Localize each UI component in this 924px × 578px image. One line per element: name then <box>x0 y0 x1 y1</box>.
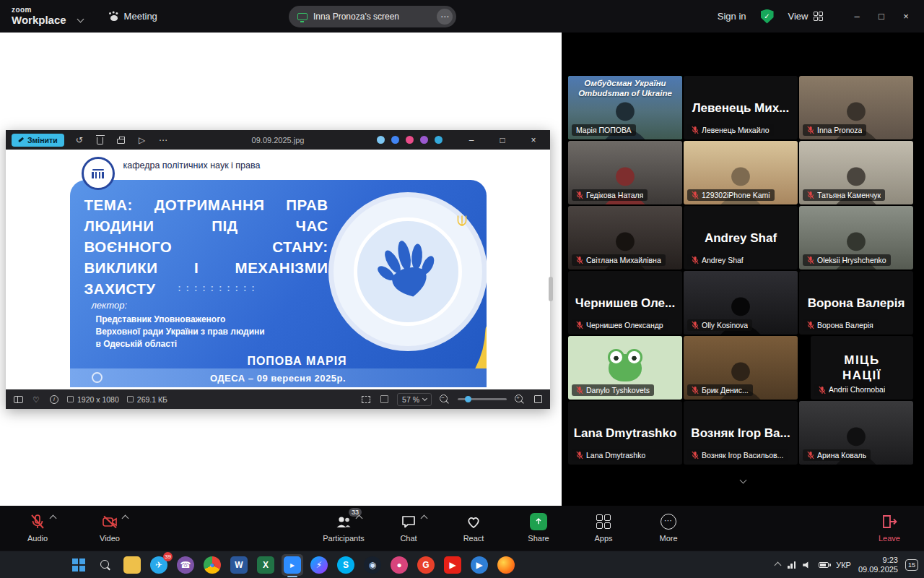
media-icon[interactable]: ▶ <box>468 554 490 576</box>
shared-screen-pill[interactable]: Inna Pronoza's screen ⋯ <box>289 6 456 27</box>
participant-tile[interactable]: Inna Pronoza <box>799 76 913 139</box>
more-button[interactable]: ⋯ More <box>645 512 692 543</box>
chat-label: Chat <box>400 534 417 543</box>
print-icon[interactable] <box>116 134 127 146</box>
zoom-out-icon[interactable]: − <box>440 394 450 405</box>
zoom-slider-thumb[interactable] <box>465 396 471 402</box>
app-titlebar: zoom Workplace Meeting Inna Pronoza's sc… <box>0 0 924 33</box>
telegram-icon[interactable]: ✈39 <box>148 554 170 576</box>
audio-options-chevron[interactable] <box>50 515 57 522</box>
participant-tile[interactable]: МІЦЬ НАЦІЇ Andrii Chornobai <box>811 336 913 400</box>
taskbar-clock[interactable]: 9:23 09.09.2025 <box>858 556 898 574</box>
language-indicator[interactable]: УКР <box>836 561 851 569</box>
g-app-icon[interactable]: G <box>415 554 437 576</box>
chrome-icon[interactable]: ● <box>201 554 223 576</box>
viewer-app-icon[interactable] <box>377 136 385 144</box>
hidden-icons-chevron[interactable] <box>775 561 782 569</box>
youtube-icon[interactable]: ▶ <box>442 554 463 576</box>
delete-icon[interactable] <box>95 134 106 146</box>
leave-button[interactable]: Leave <box>866 512 912 543</box>
shared-screen-scrollbar[interactable] <box>549 277 553 301</box>
rotate-icon[interactable]: ↺ <box>74 134 85 146</box>
participant-tile[interactable]: Возняк Ігор Ва... Возняк Ігор Васильов..… <box>684 401 798 465</box>
viewer-app-icon[interactable] <box>435 136 443 144</box>
participant-tile[interactable]: Левенець Мих... Левенець Михайло <box>684 76 798 139</box>
skype-icon[interactable]: S <box>335 554 357 576</box>
viewer-maximize-button[interactable]: □ <box>492 130 513 150</box>
share-options-button[interactable]: ⋯ <box>437 9 453 25</box>
share-button[interactable]: Share <box>515 512 562 543</box>
excel-icon[interactable]: X <box>255 554 276 576</box>
participant-tile[interactable]: Гедікова Наталя <box>568 141 682 204</box>
participant-tile[interactable]: Татьяна Каменчук <box>799 141 913 204</box>
viewer-app-icon[interactable] <box>391 136 399 144</box>
share-label: Share <box>528 534 549 543</box>
messenger-icon[interactable]: ⚡ <box>308 554 330 576</box>
sign-in-button[interactable]: Sign in <box>718 11 746 22</box>
security-shield-icon[interactable]: ✓ <box>761 9 774 24</box>
workspace-switcher-chevron[interactable] <box>78 12 83 25</box>
viewer-close-button[interactable]: × <box>523 130 544 150</box>
participant-tile[interactable]: Брик Денис... <box>684 336 798 400</box>
zoom-slider[interactable] <box>458 398 507 400</box>
audio-button[interactable]: Audio <box>14 512 61 543</box>
fit-screen-icon[interactable] <box>361 394 371 405</box>
participant-name-label: Ворона Валерія <box>803 319 878 331</box>
participant-tile[interactable]: Lana Dmytrashko Lana Dmytrashko <box>568 401 682 465</box>
zoom-icon[interactable]: ▸ <box>282 554 303 576</box>
participant-tile[interactable]: Olly Kosinova <box>684 271 798 335</box>
camera-app-icon[interactable]: ● <box>388 554 410 576</box>
favorite-icon[interactable]: ♡ <box>31 394 41 405</box>
mic-off-icon <box>692 386 699 394</box>
maximize-button[interactable]: □ <box>869 0 894 33</box>
steam-icon[interactable]: ◉ <box>362 554 383 576</box>
participant-name-label: Возняк Ігор Васильов... <box>687 449 788 461</box>
zoom-percent-dropdown[interactable]: 57 % <box>397 393 432 406</box>
participant-tile[interactable]: Світлана Михайлівна <box>568 206 682 269</box>
viewer-app-icon[interactable] <box>420 136 428 144</box>
folder-icon[interactable] <box>121 554 143 576</box>
volume-icon[interactable] <box>803 561 811 569</box>
apps-button[interactable]: Apps <box>580 512 627 543</box>
viewer-more-icon[interactable]: ⋯ <box>157 134 169 146</box>
participant-tile[interactable]: Чернишев Оле... Чернишев Олександр <box>568 271 682 335</box>
chat-options-chevron[interactable] <box>421 515 428 522</box>
network-icon[interactable] <box>788 561 796 569</box>
search-button[interactable] <box>95 554 116 576</box>
meeting-icon <box>110 15 118 21</box>
fullscreen-icon[interactable] <box>533 394 543 405</box>
start-button[interactable] <box>68 554 90 576</box>
viber-icon[interactable]: ☎ <box>175 554 196 576</box>
zoom-in-icon[interactable]: + <box>515 394 525 405</box>
participant-tile[interactable]: 129302iPhone Kami <box>684 141 798 204</box>
close-button[interactable]: × <box>894 0 918 33</box>
participant-tile[interactable]: Омбудсман України Ombudsman of Ukraine М… <box>568 76 682 139</box>
participants-button[interactable]: 33 Participants <box>321 512 367 543</box>
video-button[interactable]: Video <box>87 512 133 543</box>
react-button[interactable]: React <box>450 512 497 543</box>
participant-tile[interactable]: Danylo Tyshkovets <box>568 336 682 400</box>
edit-button[interactable]: Змінити <box>12 134 64 147</box>
chevron-down-icon <box>422 396 427 401</box>
participant-tile[interactable]: Ворона Валерія Ворона Валерія <box>799 271 913 335</box>
viewer-minimize-button[interactable]: – <box>461 130 482 150</box>
participants-options-chevron[interactable] <box>356 515 363 522</box>
info-icon[interactable]: i <box>49 394 59 405</box>
firefox-icon[interactable] <box>495 554 517 576</box>
video-options-chevron[interactable] <box>122 515 129 522</box>
participant-tile[interactable]: Арина Коваль <box>799 401 913 465</box>
viewer-app-icon[interactable] <box>406 136 414 144</box>
participant-tile[interactable]: Andrey Shaf Andrey Shaf <box>684 206 798 269</box>
word-icon[interactable]: W <box>228 554 250 576</box>
more-participants-chevron[interactable] <box>730 473 756 486</box>
slideshow-icon[interactable]: ▷ <box>136 134 148 146</box>
tab-meeting[interactable]: Meeting <box>110 11 157 22</box>
view-button[interactable]: View <box>788 11 823 22</box>
minimize-button[interactable]: – <box>845 0 869 33</box>
battery-icon[interactable] <box>819 562 829 568</box>
chat-button[interactable]: Chat <box>385 512 432 543</box>
participant-tile[interactable]: Oleksii Hryshchenko <box>799 206 913 269</box>
notification-badge[interactable]: 15 <box>905 559 918 571</box>
actual-size-icon[interactable] <box>379 394 389 405</box>
filmstrip-icon[interactable] <box>13 394 23 405</box>
